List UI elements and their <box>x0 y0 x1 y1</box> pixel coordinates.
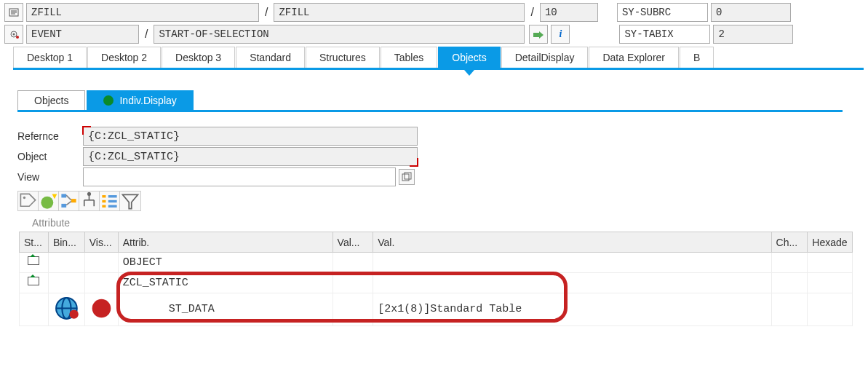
col-st[interactable]: St... <box>20 232 49 253</box>
tab-indiv-display-label: Indiv.Display <box>119 95 176 106</box>
tab-objects[interactable]: Objects <box>438 47 500 68</box>
svg-point-6 <box>16 36 19 39</box>
view-field[interactable] <box>83 167 396 186</box>
hierarchy-icon[interactable] <box>79 192 100 210</box>
sub-tabs: Objects Indiv.Display <box>17 90 843 112</box>
svg-marker-14 <box>52 194 57 199</box>
svg-rect-10 <box>405 173 411 179</box>
col-val1[interactable]: Val... <box>333 232 373 253</box>
view-label: View <box>17 171 83 183</box>
grid-toolbar <box>17 191 141 211</box>
status-led-icon <box>103 95 114 106</box>
filter-icon[interactable] <box>120 192 140 210</box>
section-field[interactable]: START-OF-SELECTION <box>154 25 525 44</box>
slash: / <box>262 6 271 19</box>
program-field-2[interactable]: ZFILL <box>274 3 525 22</box>
event-field[interactable]: EVENT <box>26 25 139 44</box>
svg-rect-7 <box>533 33 539 37</box>
stack-icon[interactable] <box>28 277 39 287</box>
tab-standard[interactable]: Standard <box>236 47 305 68</box>
svg-point-12 <box>23 196 25 198</box>
tab-tables[interactable]: Tables <box>381 47 437 68</box>
breakpoint-icon[interactable] <box>84 293 118 326</box>
tab-b[interactable]: B <box>680 47 714 68</box>
cell-val[interactable] <box>373 253 771 273</box>
attribute-table: St... Bin... Vis... Attrib. Val... Val. … <box>19 232 853 326</box>
cell-attrib[interactable]: ZCL_STATIC <box>118 273 333 293</box>
reference-label: Refernce <box>17 130 83 142</box>
tab-desktop-1[interactable]: Desktop 1 <box>13 47 87 68</box>
sy-subrc-label: SY-SUBRC <box>617 3 708 22</box>
add-icon[interactable] <box>39 192 59 210</box>
table-row: OBJECT <box>20 253 853 273</box>
col-ch[interactable]: Ch... <box>771 232 808 253</box>
cell-attrib[interactable]: ST_DATA <box>118 293 333 326</box>
table-header-row: St... Bin... Vis... Attrib. Val... Val. … <box>20 232 853 253</box>
execute-icon[interactable] <box>529 25 548 44</box>
col-vis[interactable]: Vis... <box>84 232 118 253</box>
svg-rect-28 <box>108 195 117 197</box>
program-field-1[interactable]: ZFILL <box>26 3 259 22</box>
tab-structures[interactable]: Structures <box>306 47 380 68</box>
svg-point-35 <box>69 309 78 318</box>
svg-rect-30 <box>108 205 117 207</box>
col-val2[interactable]: Val. <box>373 232 771 253</box>
svg-marker-31 <box>123 194 138 208</box>
svg-line-18 <box>66 195 71 200</box>
slash: / <box>142 28 151 41</box>
list-icon[interactable] <box>100 192 120 210</box>
tab-objects[interactable]: Objects <box>17 90 85 110</box>
tab-indiv-display[interactable]: Indiv.Display <box>87 90 193 110</box>
sy-tabix-label: SY-TABIX <box>619 25 710 44</box>
svg-rect-27 <box>102 205 105 207</box>
sy-subrc-value[interactable]: 0 <box>711 3 791 22</box>
cell-val[interactable]: [2x1(8)]Standard Table <box>373 293 771 326</box>
svg-rect-15 <box>61 194 66 197</box>
slash: / <box>527 6 536 19</box>
col-bin[interactable]: Bin... <box>48 232 84 253</box>
reference-field[interactable]: {C:ZCL_STATIC} <box>83 127 418 146</box>
svg-rect-25 <box>102 195 105 197</box>
svg-rect-9 <box>402 174 409 181</box>
svg-point-5 <box>13 33 15 36</box>
tab-desktop-2[interactable]: Desktop 2 <box>87 47 161 68</box>
svg-rect-26 <box>102 200 105 202</box>
svg-point-36 <box>92 299 111 318</box>
col-attrib[interactable]: Attrib. <box>118 232 333 253</box>
tree-icon[interactable] <box>59 192 79 210</box>
table-row: ZCL_STATIC <box>20 273 853 293</box>
attribute-title: Attribute <box>17 211 868 232</box>
sy-tabix-value[interactable]: 2 <box>713 25 793 44</box>
stack-icon[interactable] <box>28 256 39 266</box>
table-row: ST_DATA [2x1(8)]Standard Table <box>20 293 853 326</box>
svg-line-19 <box>66 201 71 205</box>
svg-point-13 <box>41 196 53 208</box>
tab-desktop-3[interactable]: Desktop 3 <box>162 47 235 68</box>
svg-point-24 <box>87 192 91 195</box>
header-row-2: EVENT / START-OF-SELECTION i SY-TABIX 2 <box>4 25 864 44</box>
globe-icon[interactable] <box>48 293 84 326</box>
cell-val[interactable] <box>373 273 771 293</box>
svg-marker-11 <box>20 194 35 206</box>
cell-attrib[interactable]: OBJECT <box>118 253 333 273</box>
header-row-1: ZFILL / ZFILL / 10 SY-SUBRC 0 <box>4 3 864 22</box>
object-label: Object <box>17 151 83 162</box>
main-tabs: Desktop 1Desktop 2Desktop 3StandardStruc… <box>13 47 864 70</box>
object-field[interactable]: {C:ZCL_STATIC} <box>83 147 418 166</box>
settings-icon[interactable] <box>4 25 23 44</box>
tab-data-explorer[interactable]: Data Explorer <box>589 47 679 68</box>
tag-icon[interactable] <box>18 192 39 210</box>
svg-marker-8 <box>539 31 544 39</box>
svg-rect-17 <box>71 199 76 202</box>
svg-rect-16 <box>61 203 66 207</box>
info-icon[interactable]: i <box>551 25 570 44</box>
col-hex[interactable]: Hexade <box>808 232 852 253</box>
view-picker-icon[interactable] <box>399 169 415 185</box>
line-field[interactable]: 10 <box>540 3 598 22</box>
tab-detaildisplay[interactable]: DetailDisplay <box>501 47 589 68</box>
program-icon[interactable] <box>4 3 23 22</box>
svg-rect-29 <box>108 200 117 202</box>
